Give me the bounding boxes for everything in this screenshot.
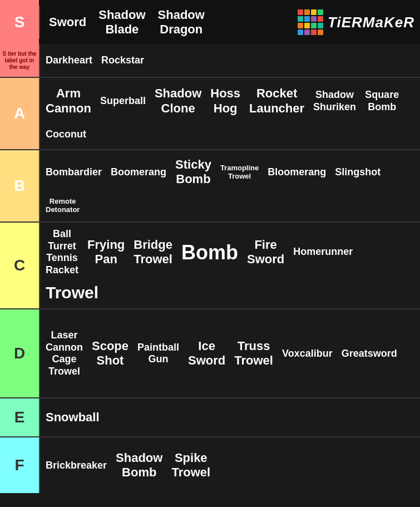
item-darkheart: Darkheart [42, 52, 96, 69]
item-shadow-bomb: ShadowBomb [112, 449, 166, 483]
item-bridge-trowel: BridgeTrowel [130, 235, 176, 269]
tiermaker-logo: TiERMaKeR [328, 14, 414, 31]
tier-content-c: BallTurretTennisRacket FryingPan BridgeT… [39, 223, 420, 308]
item-shadow-dragon: ShadowDragon [155, 6, 208, 40]
item-laser-cannon-cage-trowel: LaserCannonCageTrowel [42, 327, 86, 380]
item-shadow-blade: ShadowBlade [95, 6, 149, 40]
item-bombardier: Bombardier [42, 164, 105, 181]
item-spike-trowel: SpikeTrowel [168, 449, 214, 483]
logo-cell [304, 9, 310, 15]
tier-content-f: Brickbreaker ShadowBomb SpikeTrowel [39, 437, 420, 493]
tier-content-b: Bombardier Boomerang StickyBomb Tramopli… [39, 150, 420, 221]
item-homerunner: Homerunner [290, 244, 356, 260]
item-hoss-hog: HossHog [207, 84, 244, 118]
tier-label-c: C [0, 223, 39, 308]
item-square-bomb: SquareBomb [362, 87, 402, 115]
logo-cell [318, 23, 323, 28]
tier-content-s-overflow: Darkheart Rockstar [39, 45, 420, 77]
tier-label-e: E [0, 398, 39, 436]
tier-content-e: Snowball [39, 398, 420, 436]
logo-cell [311, 9, 317, 15]
item-tramopline-trowel: TramoplineTrowel [217, 161, 262, 183]
item-remote-detonator: RemoteDetonator [42, 195, 83, 216]
item-trowel: Trowel [42, 280, 102, 305]
item-shadow-clone: ShadowClone [151, 84, 205, 118]
item-coconut: Coconut [42, 126, 90, 143]
item-paintball-gun: PaintballGun [134, 339, 182, 368]
item-bomb: Bomb [178, 238, 241, 267]
tier-content-d: LaserCannonCageTrowel ScopeShot Paintbal… [39, 309, 420, 397]
item-rockstar: Rockstar [98, 52, 147, 69]
tier-row-f: F Brickbreaker ShadowBomb SpikeTrowel [0, 437, 420, 493]
item-snowball: Snowball [42, 408, 103, 427]
logo-cell [298, 9, 303, 15]
tier-label-a: A [0, 78, 39, 149]
tier-row-s-overflow: S tier but the label got in the way Dark… [0, 45, 420, 78]
item-arm-cannon: ArmCannon [42, 84, 95, 118]
item-ball-turret-tennis-racket: BallTurretTennisRacket [42, 226, 82, 278]
tier-label-s-note: S tier but the label got in the way [0, 45, 39, 77]
logo-cell [311, 23, 317, 28]
item-boomerang-b: Boomerang [107, 164, 170, 181]
logo-cell [298, 29, 303, 35]
item-slingshot: Slingshot [332, 164, 384, 181]
logo-cell [311, 16, 317, 22]
item-frying-pan: FryingPan [84, 235, 128, 269]
item-sword: Sword [46, 13, 90, 32]
tier-content-a: ArmCannon Superball ShadowClone HossHog … [39, 78, 420, 149]
tier-label-b: B [0, 150, 39, 221]
tier-label-f: F [0, 437, 39, 493]
item-fire-sword: FireSword [244, 235, 288, 269]
logo-grid [298, 9, 323, 35]
item-greatsword: Greatsword [338, 346, 401, 362]
item-rocket-launcher: RocketLauncher [246, 84, 308, 118]
item-bloomerang: Bloomerang [264, 164, 329, 181]
item-superball: Superball [97, 93, 149, 110]
logo-cell [304, 16, 310, 22]
tier-row-e: E Snowball [0, 398, 420, 437]
tier-row-c: C BallTurretTennisRacket FryingPan Bridg… [0, 223, 420, 309]
logo-cell [311, 29, 317, 35]
item-truss-trowel: TrussTrowel [231, 337, 276, 371]
tier-row-a: A ArmCannon Superball ShadowClone HossHo… [0, 78, 420, 150]
tier-row-b: B Bombardier Boomerang StickyBomb Tramop… [0, 150, 420, 223]
tier-label-s: S [0, 0, 39, 45]
logo-cell [304, 29, 310, 35]
s-items: Sword ShadowBlade ShadowDragon [46, 6, 292, 40]
logo-cell [318, 29, 323, 35]
logo-cell [318, 16, 323, 22]
logo-area: TiERMaKeR [298, 9, 414, 35]
item-sticky-bomb: StickyBomb [172, 155, 215, 189]
logo-cell [298, 16, 303, 22]
item-brickbreaker: Brickbreaker [42, 457, 110, 474]
logo-cell [298, 23, 303, 28]
logo-cell [318, 9, 323, 15]
item-voxcalibur: Voxcalibur [279, 346, 336, 362]
item-scope-shot: ScopeShot [88, 337, 132, 371]
tier-row-d: D LaserCannonCageTrowel ScopeShot Paintb… [0, 309, 420, 398]
tier-content-s: Sword ShadowBlade ShadowDragon [39, 6, 420, 40]
item-ice-sword: IceSword [185, 337, 229, 371]
tier-table: S Sword ShadowBlade ShadowDragon [0, 0, 420, 493]
item-shadow-shuriken: ShadowShuriken [310, 87, 359, 115]
tier-row-s: S Sword ShadowBlade ShadowDragon [0, 0, 420, 45]
tier-label-d: D [0, 309, 39, 397]
logo-cell [304, 23, 310, 28]
